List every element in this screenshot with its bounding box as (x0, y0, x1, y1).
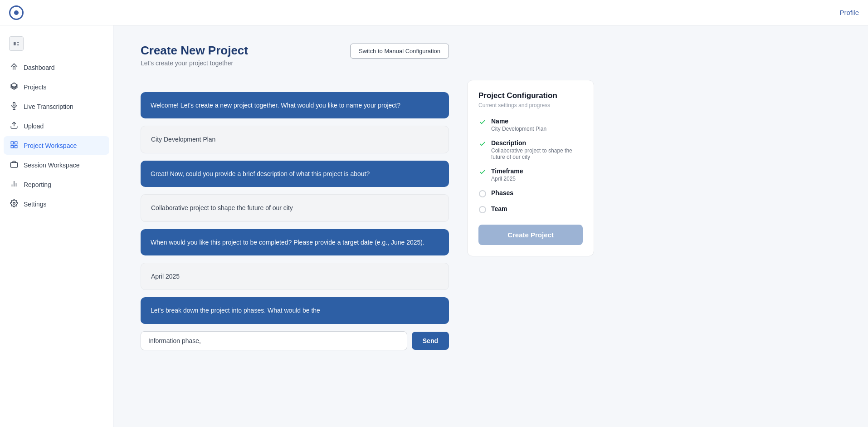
sidebar-item-session-workspace[interactable]: Session Workspace (4, 156, 109, 174)
briefcase-icon (10, 160, 18, 170)
chat-message-7: Let's break down the project into phases… (141, 297, 449, 324)
sidebar-item-projects[interactable]: Projects (4, 78, 109, 96)
chat-message-3: Great! Now, could you provide a brief de… (141, 161, 449, 187)
config-item-timeframe-value: April 2025 (491, 176, 523, 182)
chat-input[interactable] (141, 331, 407, 350)
sidebar-item-reporting[interactable]: Reporting (4, 175, 109, 194)
check-name-icon (478, 118, 487, 126)
chat-message-2: City Development Plan (141, 126, 449, 153)
svg-rect-5 (13, 103, 15, 106)
check-description-icon (478, 140, 487, 148)
sidebar-item-live-transcription[interactable]: Live Transcription (4, 97, 109, 116)
config-item-team-content: Team (491, 205, 507, 212)
grid-icon (10, 141, 18, 150)
content-area: Create New Project Let's create your pro… (113, 25, 868, 427)
config-item-phases: Phases (478, 189, 583, 198)
svg-rect-12 (15, 146, 17, 148)
config-item-description-content: Description Collaborative project to sha… (491, 139, 583, 160)
create-project-button[interactable]: Create Project (478, 225, 583, 245)
config-item-team: Team (478, 205, 583, 214)
sidebar-item-label: Settings (24, 201, 47, 208)
chat-message-text: City Development Plan (151, 136, 215, 143)
config-item-description: Description Collaborative project to sha… (478, 139, 583, 160)
svg-point-17 (13, 202, 15, 205)
sidebar-toggle-area (0, 33, 113, 58)
svg-rect-1 (14, 42, 16, 45)
chat-message-1: Welcome! Let's create a new project toge… (141, 92, 449, 118)
bar-chart-icon (10, 180, 18, 189)
chat-input-area: Send (141, 331, 449, 350)
upload-icon (10, 121, 18, 131)
main-layout: Dashboard Projects Live Transcription (0, 25, 868, 427)
config-item-timeframe-label: Timeframe (491, 167, 523, 175)
config-item-name-value: City Development Plan (491, 126, 546, 132)
sidebar-item-label: Upload (24, 123, 44, 130)
config-item-description-label: Description (491, 139, 583, 147)
config-item-name-label: Name (491, 118, 546, 125)
sidebar-item-project-workspace[interactable]: Project Workspace (4, 136, 109, 155)
svg-rect-9 (11, 142, 13, 144)
sidebar-item-label: Live Transcription (24, 103, 73, 110)
config-item-timeframe: Timeframe April 2025 (478, 167, 583, 182)
check-timeframe-icon (478, 168, 487, 176)
sidebar-nav: Dashboard Projects Live Transcription (0, 58, 113, 213)
profile-button[interactable]: Profile (837, 9, 859, 16)
empty-circle-icon (479, 190, 486, 197)
page-title: Create New Project (141, 44, 350, 58)
page-header: Create New Project Let's create your pro… (141, 44, 449, 79)
chat-messages: Welcome! Let's create a new project toge… (141, 92, 449, 324)
svg-rect-13 (11, 162, 18, 167)
home-icon (10, 63, 18, 72)
svg-rect-3 (17, 44, 19, 45)
page-subtitle: Let's create your project together (141, 59, 350, 67)
logo-icon (9, 5, 24, 20)
config-item-phases-label: Phases (491, 189, 513, 196)
sidebar-item-settings[interactable]: Settings (4, 195, 109, 213)
sidebar-item-label: Project Workspace (24, 142, 77, 149)
switch-to-manual-button[interactable]: Switch to Manual Configuration (350, 44, 449, 59)
config-item-name-content: Name City Development Plan (491, 118, 546, 132)
profile-label: Profile (839, 9, 859, 16)
logo (9, 5, 24, 20)
page-header-text: Create New Project Let's create your pro… (141, 44, 350, 79)
svg-rect-10 (15, 142, 17, 144)
send-button[interactable]: Send (412, 332, 449, 350)
sidebar: Dashboard Projects Live Transcription (0, 25, 113, 427)
config-item-name: Name City Development Plan (478, 118, 583, 132)
topbar: Profile (0, 0, 868, 25)
config-items: Name City Development Plan Description (478, 118, 583, 214)
check-team-icon (478, 206, 487, 214)
config-item-team-label: Team (491, 205, 507, 212)
sidebar-collapse-button[interactable] (9, 36, 24, 51)
sidebar-item-upload[interactable]: Upload (4, 117, 109, 135)
chat-message-text: Collaborative project to shape the futur… (151, 204, 293, 211)
chat-message-text: Let's break down the project into phases… (151, 307, 320, 314)
mic-icon (10, 102, 18, 111)
chat-message-6: April 2025 (141, 263, 449, 290)
svg-rect-11 (11, 146, 13, 148)
sidebar-item-label: Dashboard (24, 64, 55, 71)
chat-message-text: Great! Now, could you provide a brief de… (151, 170, 370, 177)
config-item-timeframe-content: Timeframe April 2025 (491, 167, 523, 182)
sidebar-item-label: Projects (24, 83, 47, 91)
sidebar-item-dashboard[interactable]: Dashboard (4, 58, 109, 77)
config-item-phases-content: Phases (491, 189, 513, 196)
chat-message-text: Welcome! Let's create a new project toge… (151, 102, 400, 109)
config-card: Project Configuration Current settings a… (467, 80, 594, 256)
chat-column: Create New Project Let's create your pro… (141, 44, 449, 409)
chat-message-4: Collaborative project to shape the futur… (141, 194, 449, 221)
chat-message-text: When would you like this project to be c… (151, 239, 424, 246)
sidebar-item-label: Reporting (24, 181, 51, 188)
svg-rect-2 (17, 42, 19, 43)
empty-circle-icon (479, 206, 486, 213)
config-panel: Project Configuration Current settings a… (467, 44, 594, 409)
chat-message-5: When would you like this project to be c… (141, 229, 449, 255)
config-title: Project Configuration (478, 91, 583, 100)
chat-message-text: April 2025 (151, 273, 180, 280)
check-phases-icon (478, 190, 487, 198)
layers-icon (10, 82, 18, 92)
switch-btn-container: Switch to Manual Configuration (350, 44, 449, 59)
sidebar-item-label: Session Workspace (24, 162, 79, 169)
config-item-description-value: Collaborative project to shape the futur… (491, 147, 583, 160)
gear-icon (10, 199, 18, 209)
